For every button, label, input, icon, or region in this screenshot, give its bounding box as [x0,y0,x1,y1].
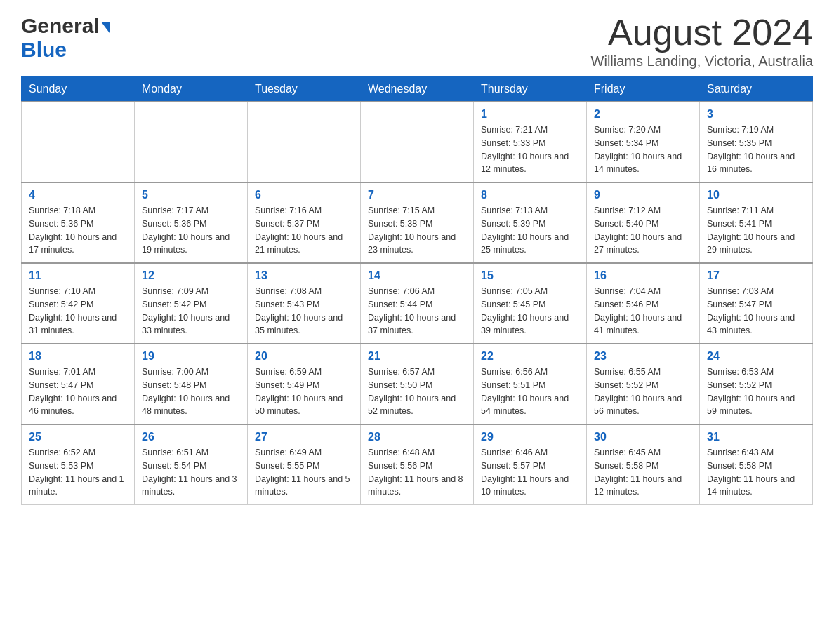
col-sunday: Sunday [22,77,135,102]
col-monday: Monday [135,77,248,102]
day-number: 9 [594,189,692,201]
day-info: Sunrise: 6:48 AMSunset: 5:56 PMDaylight:… [368,446,466,499]
day-info: Sunrise: 6:52 AMSunset: 5:53 PMDaylight:… [29,446,127,499]
title-section: August 2024 Williams Landing, Victoria, … [591,14,813,69]
table-row: 3Sunrise: 7:19 AMSunset: 5:35 PMDaylight… [700,102,813,182]
day-number: 12 [142,269,240,282]
table-row: 10Sunrise: 7:11 AMSunset: 5:41 PMDayligh… [700,182,813,263]
table-row: 19Sunrise: 7:00 AMSunset: 5:48 PMDayligh… [135,344,248,424]
main-title: August 2024 [591,14,813,51]
day-number: 24 [707,350,805,363]
table-row: 26Sunrise: 6:51 AMSunset: 5:54 PMDayligh… [135,424,248,505]
logo-general: General [21,14,110,38]
day-number: 14 [368,269,466,282]
day-number: 5 [142,189,240,201]
table-row: 9Sunrise: 7:12 AMSunset: 5:40 PMDaylight… [587,182,700,263]
day-number: 21 [368,350,466,363]
day-info: Sunrise: 7:15 AMSunset: 5:38 PMDaylight:… [368,204,466,257]
day-info: Sunrise: 7:03 AMSunset: 5:47 PMDaylight:… [707,285,805,337]
day-info: Sunrise: 7:16 AMSunset: 5:37 PMDaylight:… [255,204,353,257]
table-row: 22Sunrise: 6:56 AMSunset: 5:51 PMDayligh… [474,344,587,424]
day-info: Sunrise: 7:08 AMSunset: 5:43 PMDaylight:… [255,285,353,337]
table-row: 18Sunrise: 7:01 AMSunset: 5:47 PMDayligh… [22,344,135,424]
day-info: Sunrise: 7:17 AMSunset: 5:36 PMDaylight:… [142,204,240,257]
day-number: 22 [481,350,579,363]
day-info: Sunrise: 7:19 AMSunset: 5:35 PMDaylight:… [707,123,805,176]
day-number: 15 [481,269,579,282]
table-row [22,102,135,182]
table-row: 31Sunrise: 6:43 AMSunset: 5:58 PMDayligh… [700,424,813,505]
col-thursday: Thursday [474,77,587,102]
day-info: Sunrise: 7:21 AMSunset: 5:33 PMDaylight:… [481,123,579,176]
col-friday: Friday [587,77,700,102]
day-number: 16 [594,269,692,282]
table-row: 6Sunrise: 7:16 AMSunset: 5:37 PMDaylight… [248,182,361,263]
table-row [248,102,361,182]
day-number: 20 [255,350,353,363]
day-number: 27 [255,431,353,443]
col-tuesday: Tuesday [248,77,361,102]
table-row: 1Sunrise: 7:21 AMSunset: 5:33 PMDaylight… [474,102,587,182]
logo-blue: Blue [21,38,67,62]
table-row: 11Sunrise: 7:10 AMSunset: 5:42 PMDayligh… [22,263,135,344]
day-info: Sunrise: 7:09 AMSunset: 5:42 PMDaylight:… [142,285,240,337]
col-wednesday: Wednesday [361,77,474,102]
day-info: Sunrise: 7:18 AMSunset: 5:36 PMDaylight:… [29,204,127,257]
logo: General Blue [21,14,110,62]
day-info: Sunrise: 7:10 AMSunset: 5:42 PMDaylight:… [29,285,127,337]
day-info: Sunrise: 6:46 AMSunset: 5:57 PMDaylight:… [481,446,579,499]
calendar-week-row: 11Sunrise: 7:10 AMSunset: 5:42 PMDayligh… [22,263,813,344]
table-row: 7Sunrise: 7:15 AMSunset: 5:38 PMDaylight… [361,182,474,263]
day-number: 23 [594,350,692,363]
day-number: 3 [707,108,805,121]
day-info: Sunrise: 7:00 AMSunset: 5:48 PMDaylight:… [142,365,240,418]
calendar-week-row: 1Sunrise: 7:21 AMSunset: 5:33 PMDaylight… [22,102,813,182]
day-info: Sunrise: 7:01 AMSunset: 5:47 PMDaylight:… [29,365,127,418]
day-info: Sunrise: 6:43 AMSunset: 5:58 PMDaylight:… [707,446,805,499]
day-info: Sunrise: 7:05 AMSunset: 5:45 PMDaylight:… [481,285,579,337]
subtitle: Williams Landing, Victoria, Australia [591,53,813,69]
day-number: 30 [594,431,692,443]
calendar-week-row: 4Sunrise: 7:18 AMSunset: 5:36 PMDaylight… [22,182,813,263]
day-info: Sunrise: 6:56 AMSunset: 5:51 PMDaylight:… [481,365,579,418]
table-row: 4Sunrise: 7:18 AMSunset: 5:36 PMDaylight… [22,182,135,263]
day-number: 11 [29,269,127,282]
day-info: Sunrise: 6:51 AMSunset: 5:54 PMDaylight:… [142,446,240,499]
table-row: 20Sunrise: 6:59 AMSunset: 5:49 PMDayligh… [248,344,361,424]
table-row [361,102,474,182]
calendar-table: Sunday Monday Tuesday Wednesday Thursday… [21,76,813,505]
day-number: 10 [707,189,805,201]
calendar-header-row: Sunday Monday Tuesday Wednesday Thursday… [22,77,813,102]
day-info: Sunrise: 7:20 AMSunset: 5:34 PMDaylight:… [594,123,692,176]
page-header: General Blue August 2024 Williams Landin… [21,14,813,69]
day-number: 18 [29,350,127,363]
table-row: 25Sunrise: 6:52 AMSunset: 5:53 PMDayligh… [22,424,135,505]
day-number: 31 [707,431,805,443]
table-row: 30Sunrise: 6:45 AMSunset: 5:58 PMDayligh… [587,424,700,505]
day-number: 6 [255,189,353,201]
table-row: 27Sunrise: 6:49 AMSunset: 5:55 PMDayligh… [248,424,361,505]
table-row: 8Sunrise: 7:13 AMSunset: 5:39 PMDaylight… [474,182,587,263]
day-info: Sunrise: 6:55 AMSunset: 5:52 PMDaylight:… [594,365,692,418]
table-row: 15Sunrise: 7:05 AMSunset: 5:45 PMDayligh… [474,263,587,344]
col-saturday: Saturday [700,77,813,102]
day-info: Sunrise: 7:12 AMSunset: 5:40 PMDaylight:… [594,204,692,257]
table-row [135,102,248,182]
table-row: 23Sunrise: 6:55 AMSunset: 5:52 PMDayligh… [587,344,700,424]
day-number: 7 [368,189,466,201]
day-number: 19 [142,350,240,363]
table-row: 5Sunrise: 7:17 AMSunset: 5:36 PMDaylight… [135,182,248,263]
day-number: 1 [481,108,579,121]
day-number: 25 [29,431,127,443]
day-number: 17 [707,269,805,282]
day-number: 28 [368,431,466,443]
day-info: Sunrise: 6:45 AMSunset: 5:58 PMDaylight:… [594,446,692,499]
day-info: Sunrise: 6:53 AMSunset: 5:52 PMDaylight:… [707,365,805,418]
table-row: 16Sunrise: 7:04 AMSunset: 5:46 PMDayligh… [587,263,700,344]
day-info: Sunrise: 7:06 AMSunset: 5:44 PMDaylight:… [368,285,466,337]
day-number: 8 [481,189,579,201]
day-info: Sunrise: 6:49 AMSunset: 5:55 PMDaylight:… [255,446,353,499]
table-row: 28Sunrise: 6:48 AMSunset: 5:56 PMDayligh… [361,424,474,505]
day-number: 29 [481,431,579,443]
table-row: 13Sunrise: 7:08 AMSunset: 5:43 PMDayligh… [248,263,361,344]
